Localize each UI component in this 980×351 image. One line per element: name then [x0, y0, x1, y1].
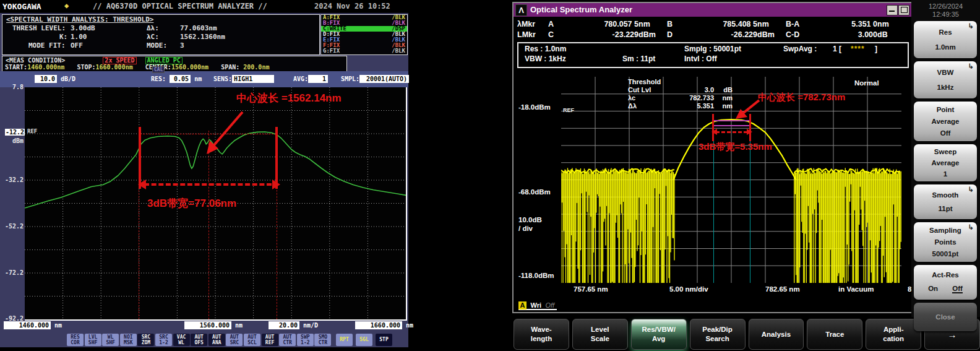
- maximize-button[interactable]: [898, 5, 909, 15]
- avg-value[interactable]: 1: [308, 75, 328, 83]
- menu-peak-dip-search[interactable]: Peak/DipSearch: [690, 319, 746, 350]
- y-label-2: -32.2: [2, 176, 24, 183]
- spectrum-plot-left[interactable]: REF 中心波长 =1562.14nm 3dB带宽=77.06nm: [25, 87, 407, 321]
- smooth-readout: Sm : 11pt: [622, 54, 655, 63]
- softkey-aut-ref[interactable]: AUTREF: [262, 334, 278, 346]
- k-value: 1.00: [71, 33, 87, 41]
- y-label-top: 7.8: [2, 84, 24, 90]
- softkey-aut-src[interactable]: AUTSRC: [226, 334, 243, 346]
- yokogawa-diamond-icon: ◆: [64, 1, 69, 10]
- x-center-value[interactable]: 1560.000: [184, 321, 231, 329]
- sweep-settings-box: Res : 1.0nm Smplg : 50001pt SwpAvg : 1 […: [517, 42, 909, 68]
- smpl-value[interactable]: 20001(AUTO): [359, 75, 409, 83]
- act-res-off[interactable]: Off: [952, 285, 963, 293]
- stop-value[interactable]: 1660.000nm: [95, 64, 132, 71]
- menu-analysis[interactable]: Analysis: [749, 319, 804, 350]
- sidebar-act-res-button[interactable]: Act-ResOnOff: [914, 265, 977, 300]
- menu-level-scale[interactable]: LevelScale: [572, 319, 628, 350]
- y-label-bottom: -118.0dBm: [518, 272, 554, 279]
- softkey-arrow-icon: ↳: [968, 186, 974, 194]
- res-readout: Res : 1.0nm: [525, 45, 566, 53]
- interval-readout: Intvl : Off: [684, 54, 717, 63]
- act-res-on[interactable]: On: [928, 285, 938, 293]
- menu-trace[interactable]: Trace: [807, 319, 862, 350]
- softkey-src-zom[interactable]: SRCZOM: [137, 334, 154, 346]
- softkey-aut-ofs[interactable]: AUTOFS: [191, 334, 207, 346]
- x-start-value[interactable]: 1460.000: [4, 321, 51, 329]
- lambda-c-value: 1562.1360nm: [180, 33, 225, 41]
- lambda-c-label: λC:: [147, 33, 159, 41]
- x-scale-value[interactable]: 20.00: [269, 321, 299, 329]
- softkey-swp-1-2[interactable]: SWP1-2: [297, 334, 314, 346]
- sidebar-point-button[interactable]: PointAverageOff: [914, 102, 977, 141]
- thresh-level-value: 3.00dB: [71, 24, 95, 32]
- softkey-src-1-2[interactable]: SRC1-2: [155, 334, 172, 346]
- k-label: K:: [59, 33, 67, 41]
- span-value[interactable]: 200.0nm: [243, 64, 269, 71]
- bandwidth-annotation: 3dB带宽=77.06nm: [147, 196, 236, 210]
- softkey-arrow-icon: ↳: [968, 22, 974, 30]
- right-chart-region: -18.0dBm -68.0dBm 10.0dB / div -118.0dBm…: [514, 67, 910, 312]
- y-label-3: -52.2: [2, 223, 24, 230]
- trace-state: Off: [545, 301, 554, 309]
- softkey-aut-ctr[interactable]: AUTCTR: [279, 334, 296, 346]
- sidebar-close-button[interactable]: Close: [914, 303, 977, 331]
- sidebar-smooth-button[interactable]: Smooth11pt↳: [914, 184, 977, 219]
- softkey-smo-ctr[interactable]: SMOCTR: [314, 334, 331, 346]
- menu-wave-length[interactable]: Wave-length: [514, 319, 569, 350]
- sidebar-datetime: 12/26/2024 12:49:35: [911, 2, 980, 19]
- swpavg-progress: ****: [851, 45, 865, 53]
- meas-condition-panel: <MEAS CONDITION> 2x SPEED ANGLED PC STAR…: [2, 56, 347, 72]
- active-trace-indicator: A Wri Off: [518, 299, 557, 310]
- yokogawa-header: YOKOGAWA ◆ // AQ6370D OPTICAL SPECTRUM A…: [0, 0, 408, 13]
- spectrum-plot-right[interactable]: REF Normal Threshold Cut Lvl3.0dB λc782.…: [561, 77, 901, 283]
- level-scale-value[interactable]: 10.0: [35, 75, 57, 83]
- menu-res-vbw-avg[interactable]: Res/VBW/Avg: [631, 319, 687, 350]
- y-scale-2: / div: [518, 225, 533, 232]
- sens-value[interactable]: HIGH1: [232, 75, 274, 83]
- softkey-res-cor[interactable]: RESCOR: [67, 334, 84, 346]
- softkey-vac-wl[interactable]: VACWL: [173, 334, 190, 346]
- y-label-ref: -18.0dBm: [518, 103, 551, 111]
- annotation-arrow-svg: [561, 77, 901, 283]
- x-axis-row: 1460.000 nm 1560.000 nm 20.00 nm/D 1660.…: [0, 320, 408, 333]
- mode-label: MODE:: [147, 41, 167, 50]
- softkey-aut-ana[interactable]: AUTANA: [208, 334, 225, 346]
- softkey-rpt[interactable]: RPT: [336, 334, 353, 346]
- bandwidth-annotation: 3dB带宽=5.35nm: [698, 141, 772, 153]
- soft-key-toolbar: RESCORLVLSHFWLSHFNOIMSKSRCZOMSRC1-2VACWL…: [0, 334, 408, 347]
- center-value[interactable]: 1560.000nm: [171, 64, 208, 71]
- sidebar-res-button[interactable]: Res1.0nm↳: [914, 21, 977, 58]
- bottom-function-menu: Wave-lengthLevelScaleRes/VBW/AvgPeak/Dip…: [514, 317, 980, 350]
- mode-fit-label: MODE FIT:: [28, 41, 66, 50]
- datetime: 2024 Nov 26 10:52: [314, 2, 390, 11]
- sidebar-sampling-button[interactable]: SamplingPoints50001pt↳: [914, 222, 977, 262]
- res-value[interactable]: 0.05: [170, 75, 191, 83]
- softkey-wl-shf[interactable]: WLSHF: [102, 334, 119, 346]
- softkey-sgl[interactable]: SGL: [356, 334, 372, 346]
- softkey-stp[interactable]: STP: [376, 334, 392, 346]
- marker-readout-area: λMkrA780.057 5nmB785.408 5nmB-A5.351 0nm…: [517, 19, 909, 40]
- osa-application-window: Λ Optical Spectrum Analyzer λMkrA780.057…: [512, 2, 914, 313]
- mode-value: 3: [180, 41, 184, 50]
- y-label-ref: -12.2: [4, 129, 25, 136]
- app-logo-icon: Λ: [515, 4, 527, 16]
- trace-row-g[interactable]: G:FIX/BLK: [321, 48, 407, 54]
- delta-lambda-label: Δλ:: [147, 24, 159, 32]
- sidebar-vbw-button[interactable]: VBW1kHz↳: [914, 61, 977, 98]
- x-stop-value[interactable]: 1660.000: [355, 321, 402, 329]
- left-chart-region: 7.8 -12.2 dBm -32.2 -52.2 -72.2 -92.2 RE…: [0, 87, 408, 319]
- sidebar-sweep-button[interactable]: SweepAverage1: [914, 144, 977, 181]
- softkey-lvl-shf[interactable]: LVLSHF: [85, 334, 101, 346]
- softkey-sidebar: 12/26/2024 12:49:35 Res1.0nm↳VBW1kHz↳Poi…: [911, 0, 980, 317]
- level-scale-unit: dB/D: [61, 76, 75, 82]
- softkey-noi-msk[interactable]: NOIMSK: [120, 334, 137, 346]
- softkey-aut-scl[interactable]: AUTSCL: [244, 334, 260, 346]
- window-title: Optical Spectrum Analyzer: [530, 5, 632, 14]
- menu-appli-cation[interactable]: Appli-cation: [866, 319, 921, 350]
- window-titlebar[interactable]: Λ Optical Spectrum Analyzer: [514, 3, 913, 17]
- avg-label: AVG:: [293, 76, 308, 82]
- y-unit: dBm: [2, 137, 24, 144]
- minimize-button[interactable]: [887, 5, 898, 15]
- start-value[interactable]: 1460.000nm: [27, 64, 64, 71]
